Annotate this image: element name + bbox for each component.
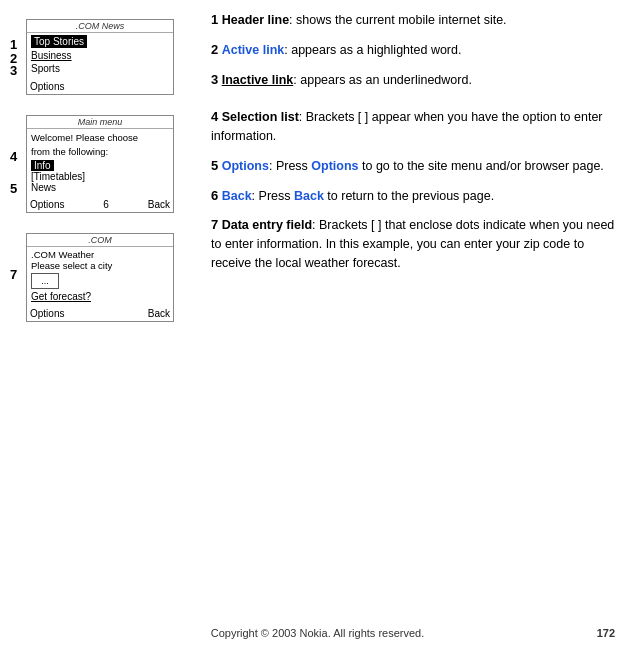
screen1-sports: Sports xyxy=(31,62,169,75)
exp6-desc1: : Press xyxy=(252,189,294,203)
phone-screen-3: .COM .COM Weather Please select a city .… xyxy=(26,233,174,322)
exp5-term: Options xyxy=(222,159,269,173)
screen3-title: .COM xyxy=(27,234,173,247)
exp2-num: 2 xyxy=(211,42,218,57)
label-3: 3 xyxy=(10,63,17,78)
exp3-desc: : appears as an underlinedword. xyxy=(293,73,472,87)
exp1-num: 1 xyxy=(211,12,218,27)
exp5-desc1: : Press xyxy=(269,159,311,173)
phone-2-container: 4 5 Main menu Welcome! Please choose fro… xyxy=(26,115,195,213)
screen3-options[interactable]: Options xyxy=(30,308,64,319)
exp6-term: Back xyxy=(222,189,252,203)
screen3-get-forecast[interactable]: Get forecast? xyxy=(31,291,169,302)
label-5: 5 xyxy=(10,181,17,196)
screen2-news: News xyxy=(31,182,169,193)
screen3-body: .COM Weather Please select a city ... Ge… xyxy=(27,247,173,304)
footer-text: Copyright © 2003 Nokia. All rights reser… xyxy=(211,627,425,639)
phone-screen-1: .COM News Top Stories Business Sports Op… xyxy=(26,19,174,95)
screen3-bottom-bar: Options Back xyxy=(27,306,173,321)
exp6-desc2: to return to the previous page. xyxy=(324,189,494,203)
explanations-lower: 4 Selection list: Brackets [ ] appear wh… xyxy=(211,107,625,272)
exp6-num: 6 xyxy=(211,188,218,203)
exp6-term-link: Back xyxy=(294,189,324,203)
label-1: 1 xyxy=(10,37,17,52)
screen2-bottom-bar: Options 6 Back xyxy=(27,197,173,212)
exp3-term: Inactive link xyxy=(222,73,294,87)
screen2-info: Info xyxy=(31,160,54,171)
label-4: 4 xyxy=(10,149,17,164)
screen2-timetables: [Timetables] xyxy=(31,171,169,182)
phone-3-container: 7 .COM .COM Weather Please select a city… xyxy=(26,233,195,322)
explanation-5: 5 Options: Press Options to go to the si… xyxy=(211,156,625,176)
screen2-body: Welcome! Please choose from the followin… xyxy=(27,129,173,195)
exp3-num: 3 xyxy=(211,72,218,87)
screen1-options[interactable]: Options xyxy=(27,79,173,94)
screen2-welcome1: Welcome! Please choose xyxy=(31,131,169,145)
screen3-sub2: Please select a city xyxy=(31,260,169,271)
right-column: 1 Header line: shows the current mobile … xyxy=(195,10,625,639)
exp4-num: 4 xyxy=(211,109,218,124)
page-number: 172 xyxy=(597,627,615,639)
footer: Copyright © 2003 Nokia. All rights reser… xyxy=(0,627,635,639)
explanation-7: 7 Data entry field: Brackets [ ] that en… xyxy=(211,215,625,272)
screen2-options[interactable]: Options xyxy=(30,199,64,210)
exp2-desc: : appears as a highlighted word. xyxy=(284,43,461,57)
phone-screen-2: Main menu Welcome! Please choose from th… xyxy=(26,115,174,213)
phone-1-container: 1 2 3 .COM News Top Stories Business Spo… xyxy=(26,19,195,95)
screen1-title: .COM News xyxy=(27,20,173,33)
exp7-num: 7 xyxy=(211,217,218,232)
screen2-title: Main menu xyxy=(27,116,173,129)
label-7: 7 xyxy=(10,267,17,282)
exp4-term: Selection list xyxy=(222,110,299,124)
exp1-desc: : shows the current mobile internet site… xyxy=(289,13,506,27)
left-column: 1 2 3 .COM News Top Stories Business Spo… xyxy=(10,10,195,639)
exp5-num: 5 xyxy=(211,158,218,173)
exp5-term-link: Options xyxy=(311,159,358,173)
explanation-4: 4 Selection list: Brackets [ ] appear wh… xyxy=(211,107,625,146)
exp1-term: Header line xyxy=(222,13,289,27)
explanation-1: 1 Header line: shows the current mobile … xyxy=(211,10,625,30)
screen1-body: Top Stories Business Sports xyxy=(27,33,173,77)
exp5-desc2: to go to the site menu and/or browser pa… xyxy=(359,159,604,173)
screen2-pagenum: 6 xyxy=(103,199,109,210)
screen2-back[interactable]: Back xyxy=(148,199,170,210)
exp7-term: Data entry field xyxy=(222,218,312,232)
explanation-2: 2 Active link: appears as a highlighted … xyxy=(211,40,625,60)
screen1-business[interactable]: Business xyxy=(31,49,169,62)
screen3-data-entry[interactable]: ... xyxy=(31,273,59,289)
exp2-term: Active link xyxy=(222,43,285,57)
screen1-top-stories: Top Stories xyxy=(31,35,87,48)
explanation-3: 3 Inactive link: appears as an underline… xyxy=(211,70,625,90)
explanations-upper: 1 Header line: shows the current mobile … xyxy=(211,10,625,89)
screen3-back[interactable]: Back xyxy=(148,308,170,319)
screen3-sub1: .COM Weather xyxy=(31,249,169,260)
explanation-6: 6 Back: Press Back to return to the prev… xyxy=(211,186,625,206)
screen2-welcome2: from the following: xyxy=(31,145,169,159)
